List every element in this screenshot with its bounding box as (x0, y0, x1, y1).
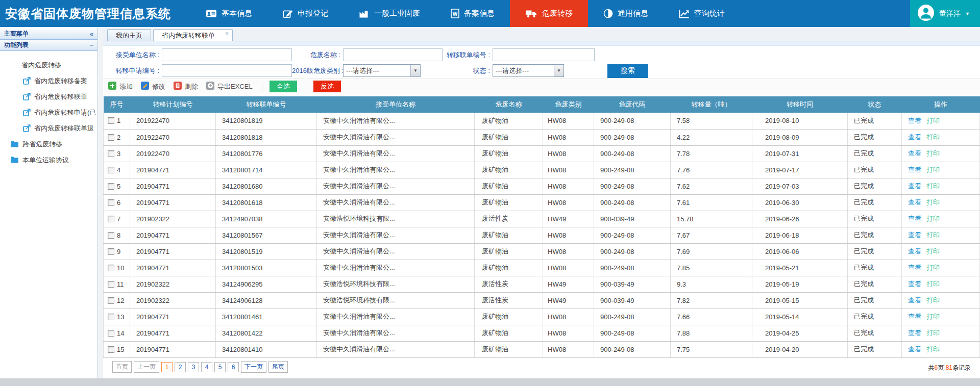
nav-item-4[interactable]: W备案信息 (435, 0, 510, 27)
select-dropdown[interactable]: ---请选择---▼ (493, 64, 564, 77)
select-value: ---请选择--- (344, 66, 410, 75)
print-link[interactable]: 打印 (926, 313, 940, 320)
view-link[interactable]: 查看 (908, 345, 921, 353)
print-link[interactable]: 打印 (926, 117, 940, 124)
sidebar-panel-function-list[interactable]: 功能列表 − (0, 40, 97, 51)
print-link[interactable]: 打印 (926, 182, 940, 190)
search-input[interactable] (343, 48, 443, 61)
row-checkbox[interactable] (108, 150, 114, 157)
tree-item[interactable]: 跨省危废转移 (0, 136, 97, 152)
view-link[interactable]: 查看 (908, 329, 921, 337)
search-input[interactable] (162, 64, 292, 77)
first-page-button[interactable]: 首页 (112, 361, 132, 373)
print-link[interactable]: 打印 (926, 215, 940, 222)
next-page-button[interactable]: 下一页 (241, 361, 266, 373)
page-button-3[interactable]: 3 (188, 362, 199, 372)
print-link[interactable]: 打印 (926, 345, 940, 353)
row-checkbox[interactable] (108, 199, 114, 206)
row-checkbox[interactable] (108, 216, 114, 222)
row-checkbox[interactable] (108, 167, 114, 173)
nav-item-1[interactable]: 基本信息 (190, 0, 267, 27)
search-button[interactable]: 搜索 (607, 64, 648, 78)
tree-item[interactable]: 省内危废转移联单 (0, 89, 97, 105)
row-checkbox[interactable] (108, 248, 114, 255)
invert-selection-button[interactable]: 反选 (313, 81, 341, 92)
row-checkbox[interactable] (108, 330, 114, 337)
view-link[interactable]: 查看 (908, 182, 921, 190)
tree-item[interactable]: 本单位运输协议 (0, 152, 97, 168)
nav-item-5[interactable]: 危废转移 (510, 0, 588, 27)
row-checkbox[interactable] (108, 346, 114, 353)
splitter[interactable] (98, 27, 103, 378)
print-link[interactable]: 打印 (926, 231, 940, 239)
page-button-5[interactable]: 5 (214, 362, 226, 372)
print-link[interactable]: 打印 (926, 133, 940, 141)
minimize-icon[interactable]: − (89, 41, 93, 49)
tree-item[interactable]: 省内危废转移 (0, 57, 97, 73)
page-button-1[interactable]: 1 (161, 362, 173, 372)
print-link[interactable]: 打印 (926, 329, 940, 337)
print-link[interactable]: 打印 (926, 198, 940, 206)
add-button[interactable]: 添加 (108, 82, 133, 91)
search-input[interactable] (162, 48, 292, 61)
view-link[interactable]: 查看 (908, 117, 921, 124)
tree-item[interactable]: 省内危废转移备案 (0, 73, 97, 89)
chevron-down-icon[interactable]: ▼ (410, 65, 420, 76)
view-link[interactable]: 查看 (908, 264, 921, 271)
nav-item-6[interactable]: 通用信息 (588, 0, 664, 27)
row-checkbox[interactable] (108, 281, 114, 288)
select-all-button[interactable]: 全选 (270, 81, 297, 92)
company-cell: 安徽中久润滑油有限公... (317, 129, 475, 145)
row-checkbox[interactable] (108, 183, 114, 190)
search-input[interactable] (493, 48, 595, 61)
chevron-down-icon[interactable]: ▼ (554, 65, 564, 76)
date-cell: 2019-04-20 (752, 341, 848, 357)
row-checkbox[interactable] (108, 117, 114, 124)
last-page-button[interactable]: 尾页 (268, 361, 288, 373)
nav-item-3[interactable]: 一般工业固废 (344, 0, 435, 27)
view-link[interactable]: 查看 (908, 133, 921, 141)
nav-item-7[interactable]: 查询统计 (664, 0, 740, 27)
company-cell: 安徽浩悦环境科技有限... (317, 211, 475, 227)
view-link[interactable]: 查看 (908, 247, 921, 255)
page-button-2[interactable]: 2 (175, 362, 186, 372)
print-link[interactable]: 打印 (926, 247, 940, 255)
print-link[interactable]: 打印 (926, 264, 940, 271)
close-icon[interactable]: × (225, 31, 229, 37)
tree-item[interactable]: 省内危废转移联单退 (0, 120, 97, 136)
nav-item-2[interactable]: 申报登记 (267, 0, 344, 27)
user-menu[interactable]: 董洋洋 ▼ (910, 0, 980, 27)
sidebar-panel-main-menu[interactable]: 主要菜单 « (0, 29, 97, 40)
view-link[interactable]: 查看 (908, 231, 921, 239)
page-button-4[interactable]: 4 (201, 362, 212, 372)
print-link[interactable]: 打印 (926, 296, 940, 304)
waste-cell: 废矿物油 (475, 260, 543, 276)
view-link[interactable]: 查看 (908, 280, 921, 288)
view-link[interactable]: 查看 (908, 296, 921, 304)
prev-page-button[interactable]: 上一页 (134, 361, 159, 373)
view-link[interactable]: 查看 (908, 198, 921, 206)
modify-button[interactable]: 修改 (141, 82, 165, 91)
delete-button[interactable]: 删除 (174, 82, 198, 91)
tree-item[interactable]: 省内危废转移申请(已 (0, 105, 97, 120)
row-checkbox[interactable] (108, 314, 114, 320)
print-link[interactable]: 打印 (926, 166, 940, 173)
print-link[interactable]: 打印 (926, 149, 940, 157)
row-checkbox[interactable] (108, 232, 114, 239)
page-button-6[interactable]: 6 (228, 362, 239, 372)
view-link[interactable]: 查看 (908, 166, 921, 173)
row-checkbox[interactable] (108, 134, 114, 141)
tab-2[interactable]: 省内危废转移联单× (153, 29, 233, 41)
view-link[interactable]: 查看 (908, 149, 921, 157)
collapse-icon[interactable]: « (90, 30, 93, 38)
select-dropdown[interactable]: ---请选择---▼ (343, 64, 421, 77)
amount-cell: 4.22 (671, 129, 752, 145)
manifest-cell: 34120801819 (216, 113, 317, 129)
print-link[interactable]: 打印 (926, 280, 940, 288)
view-link[interactable]: 查看 (908, 215, 921, 222)
export-excel-button[interactable]: 导出EXCEL (206, 82, 253, 91)
row-checkbox[interactable] (108, 297, 114, 304)
row-checkbox[interactable] (108, 265, 114, 271)
tab-1[interactable]: 我的主页 (107, 29, 151, 41)
view-link[interactable]: 查看 (908, 313, 921, 320)
